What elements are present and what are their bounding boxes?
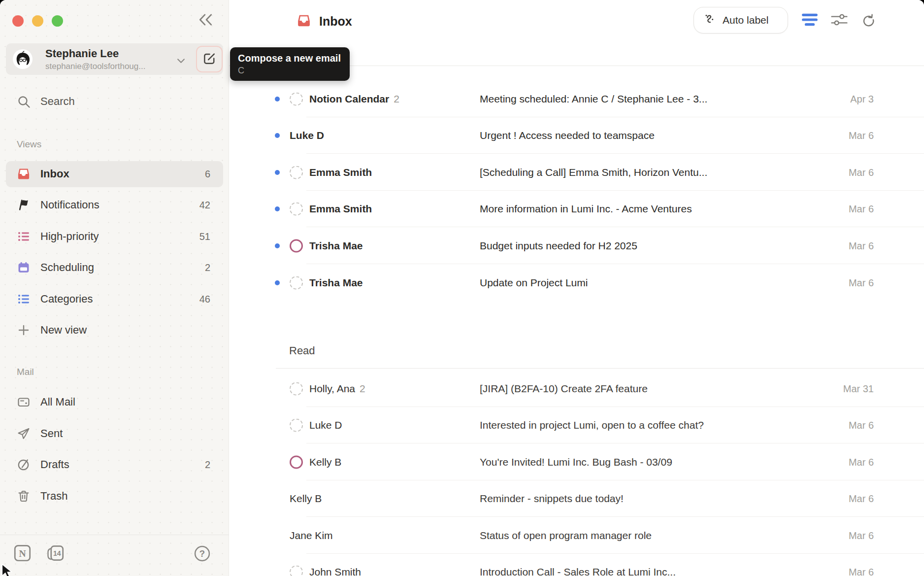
email-row[interactable]: Holly, Ana2 [JIRA] (B2FA-10) Create 2FA … <box>229 371 924 407</box>
collapse-sidebar-button[interactable] <box>196 11 216 30</box>
unread-dot-icon <box>275 280 280 285</box>
avatar-placeholder[interactable] <box>290 203 303 216</box>
notion-calendar-icon: 14 <box>46 556 65 564</box>
email-row[interactable]: Trisha Mae Update on Project Lumi Mar 6 <box>229 265 924 301</box>
sender-name: Holly, Ana <box>309 383 355 394</box>
sidebar-item-drafts[interactable]: Drafts 2 <box>6 452 223 478</box>
sidebar-item-inbox[interactable]: Inbox 6 <box>6 161 223 187</box>
email-subject: Urgent ! Access needed to teamspace <box>480 130 655 141</box>
sender-name: Emma Smith <box>309 203 372 214</box>
read-section-divider <box>276 368 924 369</box>
account-switcher[interactable]: Stephanie Lee stephanie@toolsforthoug... <box>6 43 223 75</box>
unread-dot-icon <box>275 243 280 248</box>
svg-text:14: 14 <box>53 549 61 557</box>
email-date: Mar 6 <box>849 240 874 252</box>
notion-calendar-button[interactable]: 14 <box>46 544 65 564</box>
email-date: Mar 6 <box>849 457 874 468</box>
sidebar-item-count: 51 <box>199 231 210 242</box>
email-row[interactable]: Notion Calendar2 Meeting scheduled: Anni… <box>229 81 924 117</box>
read-section-label: Read <box>289 344 315 357</box>
window-controls <box>12 15 63 27</box>
email-subject: More information in Lumi Inc. - Acme Ven… <box>480 203 692 215</box>
email-row[interactable]: Emma Smith More information in Lumi Inc.… <box>229 191 924 227</box>
sidebar-item-categories[interactable]: Categories 46 <box>6 286 223 312</box>
notion-app-button[interactable]: N <box>13 544 32 564</box>
email-row[interactable]: Luke D Urgent ! Access needed to teamspa… <box>229 117 924 154</box>
filter-button[interactable] <box>801 13 818 28</box>
scheduling-calendar-icon <box>17 261 31 274</box>
sidebar: Stephanie Lee stephanie@toolsforthoug... <box>0 0 229 576</box>
avatar-placeholder[interactable] <box>290 276 303 290</box>
notifications-icon <box>17 198 31 212</box>
auto-label-button[interactable]: Auto label <box>693 7 788 34</box>
thread-count: 2 <box>360 383 365 394</box>
zoom-window-button[interactable] <box>52 15 63 27</box>
avatar <box>13 49 33 69</box>
unread-dot-icon <box>275 170 280 175</box>
search-button[interactable]: Search <box>6 90 223 114</box>
sidebar-item-label: Categories <box>40 293 93 305</box>
sidebar-item-label: Notifications <box>40 199 99 211</box>
avatar-placeholder[interactable] <box>290 93 303 106</box>
sidebar-item-sent[interactable]: Sent <box>6 421 223 447</box>
sidebar-item-count: 2 <box>205 262 210 273</box>
help-button[interactable]: ? <box>194 545 211 564</box>
thread-count: 2 <box>394 93 399 104</box>
sidebar-item-high-priority[interactable]: High-priority 51 <box>6 224 223 250</box>
sidebar-item-count: 42 <box>199 200 210 211</box>
email-date: Mar 6 <box>849 493 874 505</box>
inbox-icon <box>297 13 311 30</box>
sender-name: Luke D <box>309 419 342 431</box>
app-window: Stephanie Lee stephanie@toolsforthoug... <box>0 0 924 576</box>
refresh-icon <box>861 23 877 30</box>
sidebar-footer-divider <box>0 535 229 535</box>
email-row[interactable]: Luke D Interested in project Lumi, open … <box>229 407 924 443</box>
sidebar-item-label: Inbox <box>40 168 69 180</box>
avatar-placeholder[interactable] <box>290 382 303 396</box>
compose-icon <box>202 51 217 68</box>
avatar-placeholder[interactable] <box>290 566 303 576</box>
unread-dot-icon <box>275 97 280 102</box>
unread-dot-icon <box>275 206 280 211</box>
email-subject: Status of open program manager role <box>480 530 652 542</box>
chevron-down-icon[interactable] <box>177 57 185 66</box>
sidebar-item-label: High-priority <box>40 230 99 243</box>
tooltip-title: Compose a new email <box>238 53 341 64</box>
email-row[interactable]: Trisha Mae Budget inputs needed for H2 2… <box>229 228 924 264</box>
trash-icon <box>17 489 31 503</box>
sliders-icon <box>831 21 848 28</box>
email-row[interactable]: John Smith Introduction Call - Sales Rol… <box>229 554 924 576</box>
sidebar-item-all-mail[interactable]: All Mail <box>6 389 223 415</box>
email-row[interactable]: Emma Smith [Scheduling a Call] Emma Smit… <box>229 154 924 191</box>
email-subject: Reminder - snippets due today! <box>480 493 624 505</box>
avatar-ring[interactable] <box>290 239 303 253</box>
compose-button[interactable] <box>196 46 223 72</box>
email-date: Mar 6 <box>849 530 874 542</box>
email-date: Apr 3 <box>850 94 874 105</box>
views-section-label: Views <box>17 139 41 150</box>
sidebar-item-scheduling[interactable]: Scheduling 2 <box>6 255 223 281</box>
avatar-placeholder[interactable] <box>290 419 303 432</box>
minimize-window-button[interactable] <box>32 15 43 27</box>
sidebar-item-notifications[interactable]: Notifications 42 <box>6 192 223 218</box>
email-row[interactable]: Kelly B You're Invited! Lumi Inc. Bug Ba… <box>229 444 924 480</box>
unread-dot-icon <box>275 133 280 138</box>
email-subject: Budget inputs needed for H2 2025 <box>480 240 637 252</box>
avatar-ring[interactable] <box>290 456 303 469</box>
email-row[interactable]: Jane Kim Status of open program manager … <box>229 517 924 554</box>
drafts-icon <box>17 458 31 472</box>
display-settings-button[interactable] <box>831 13 848 28</box>
sidebar-item-trash[interactable]: Trash <box>6 483 223 509</box>
avatar-placeholder[interactable] <box>290 166 303 179</box>
svg-text:N: N <box>19 548 26 559</box>
sender-name: Trisha Mae <box>309 240 363 251</box>
refresh-button[interactable] <box>861 13 877 30</box>
sidebar-item-new-view[interactable]: New view <box>6 317 223 343</box>
email-row[interactable]: Kelly B Reminder - snippets due today! M… <box>229 480 924 517</box>
close-window-button[interactable] <box>12 15 24 27</box>
search-label: Search <box>40 95 75 108</box>
plus-icon <box>17 323 31 337</box>
double-chevron-left-icon <box>198 21 214 28</box>
notion-logo-icon: N <box>13 556 32 564</box>
email-date: Mar 6 <box>849 567 874 576</box>
